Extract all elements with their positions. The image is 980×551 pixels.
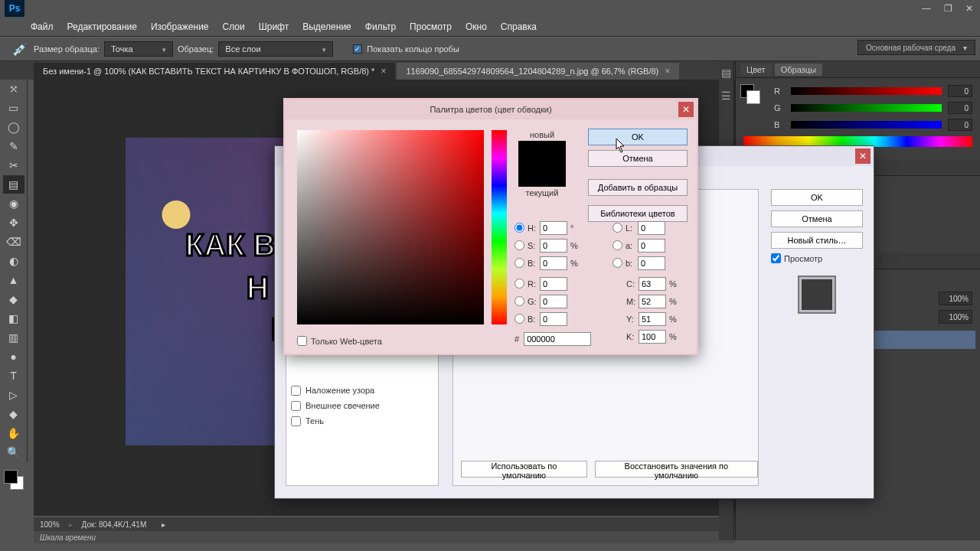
tool-crop[interactable]: ✂ <box>3 156 24 174</box>
new-style-button[interactable]: Новый стиль… <box>771 232 863 249</box>
menu-view[interactable]: Просмотр <box>410 21 452 32</box>
bv-input[interactable] <box>540 256 567 270</box>
tool-move[interactable]: ⤱ <box>3 80 24 98</box>
fill-value[interactable]: 100% <box>939 310 972 324</box>
color-field[interactable] <box>297 130 484 324</box>
b-slider[interactable] <box>791 121 942 129</box>
tool-brush[interactable]: ✥ <box>3 214 24 232</box>
tool-dodge[interactable]: ▥ <box>3 328 24 347</box>
tool-heal[interactable]: ◉ <box>3 194 24 213</box>
tool-pen[interactable]: ● <box>3 347 24 366</box>
b2-input[interactable] <box>540 312 567 326</box>
close-icon[interactable]: × <box>381 66 386 77</box>
style-row-pattern[interactable]: Наложение узора <box>286 383 438 398</box>
reset-default-button[interactable]: Восстановить значения по умолчанию <box>595 461 758 478</box>
tool-eraser[interactable]: ▲ <box>3 271 24 289</box>
b2-radio[interactable] <box>514 314 524 324</box>
checkbox[interactable] <box>291 401 301 411</box>
menu-help[interactable]: Справка <box>501 21 537 32</box>
tab-swatches[interactable]: Образцы <box>775 64 822 76</box>
r-input[interactable] <box>540 277 567 291</box>
tool-shape[interactable]: ◆ <box>3 405 24 423</box>
l-radio[interactable] <box>612 223 622 233</box>
web-only-row[interactable]: Только Web-цвета <box>297 336 382 346</box>
r-value[interactable]: 0 <box>948 85 972 97</box>
menu-window[interactable]: Окно <box>466 21 487 32</box>
g-slider[interactable] <box>791 104 942 112</box>
menu-edit[interactable]: Редактирование <box>67 21 137 32</box>
menu-type[interactable]: Шрифт <box>259 21 289 32</box>
menu-select[interactable]: Выделение <box>302 21 351 32</box>
close-icon[interactable]: ✕ <box>855 148 871 164</box>
a-radio[interactable] <box>612 240 622 250</box>
preview-checkbox[interactable]: Просмотр <box>771 253 863 263</box>
tool-hand[interactable]: ✋ <box>3 424 24 442</box>
g-input[interactable] <box>540 295 567 308</box>
color-swatch[interactable] <box>4 470 24 490</box>
timeline-panel[interactable]: Шкала времени <box>34 531 735 543</box>
color-picker-titlebar[interactable]: Палитра цветов (цвет обводки) ✕ <box>285 99 697 119</box>
style-row-shadow[interactable]: Тень <box>286 413 438 429</box>
tool-stamp[interactable]: ⌫ <box>3 233 24 251</box>
s-radio[interactable] <box>514 240 524 250</box>
l-input[interactable] <box>638 221 665 235</box>
h-radio[interactable] <box>514 223 524 233</box>
menu-image[interactable]: Изображение <box>151 21 209 32</box>
r-slider[interactable] <box>791 87 942 95</box>
menu-filter[interactable]: Фильтр <box>365 21 396 32</box>
ring-checkbox[interactable]: ✓ <box>353 44 362 54</box>
document-tab-2[interactable]: 1169090_685542974809564_1204804289_n.jpg… <box>397 63 679 80</box>
opacity-value[interactable]: 100% <box>939 292 972 305</box>
tool-wand[interactable]: ✎ <box>3 137 24 155</box>
bg-color-swatch[interactable] <box>746 90 760 104</box>
tool-gradient[interactable]: ◆ <box>3 290 24 308</box>
window-close-button[interactable]: ✕ <box>959 0 980 17</box>
y-input[interactable] <box>639 312 666 326</box>
tool-type[interactable]: T <box>3 367 24 385</box>
tool-blur[interactable]: ◧ <box>3 309 24 328</box>
history-icon[interactable]: ▤ <box>719 61 733 84</box>
hex-input[interactable] <box>524 332 591 346</box>
cancel-button[interactable]: Отмена <box>771 210 863 227</box>
cancel-button[interactable]: Отмена <box>588 150 688 167</box>
window-maximize-button[interactable]: ❐ <box>937 0 959 17</box>
r-radio[interactable] <box>514 279 524 289</box>
tool-eyedropper[interactable]: ▤ <box>3 175 24 194</box>
ok-button[interactable]: OK <box>771 189 863 206</box>
a-input[interactable] <box>638 239 665 253</box>
sample-select[interactable]: Все слои <box>218 41 333 57</box>
tool-marquee[interactable]: ▭ <box>3 99 24 117</box>
menu-file[interactable]: Файл <box>31 21 54 32</box>
workspace-dropdown[interactable]: Основная рабочая среда▾ <box>858 40 975 55</box>
sample-size-select[interactable]: Точка <box>104 41 173 57</box>
hue-slider[interactable] <box>492 130 507 324</box>
tool-lasso[interactable]: ◯ <box>3 118 24 136</box>
close-icon[interactable]: ✕ <box>678 102 694 117</box>
k-input[interactable] <box>639 330 666 344</box>
checkbox[interactable] <box>291 416 301 426</box>
document-tab-1[interactable]: Без имени-1 @ 100% (КАК ВСТАВИТЬ ТЕКСТ Н… <box>34 63 395 80</box>
add-swatch-button[interactable]: Добавить в образцы <box>588 179 688 196</box>
tool-zoom[interactable]: 🔍 <box>3 443 24 461</box>
g-value[interactable]: 0 <box>948 102 972 114</box>
tool-path[interactable]: ▷ <box>3 386 24 404</box>
lab-b-radio[interactable] <box>612 258 622 268</box>
use-default-button[interactable]: Использовать по умолчанию <box>461 461 587 478</box>
zoom-level[interactable]: 100% <box>40 520 60 529</box>
tool-history[interactable]: ◐ <box>3 252 24 270</box>
lab-b-input[interactable] <box>638 256 665 270</box>
menu-layer[interactable]: Слои <box>223 21 245 32</box>
m-input[interactable] <box>639 295 666 308</box>
style-row-outerglow[interactable]: Внешнее свечение <box>286 398 438 413</box>
b-value[interactable]: 0 <box>948 119 972 131</box>
properties-icon[interactable]: ☰ <box>719 84 733 107</box>
web-only-checkbox[interactable] <box>297 336 307 346</box>
bv-radio[interactable] <box>514 258 524 268</box>
g-radio[interactable] <box>514 296 524 306</box>
ok-button[interactable]: OK <box>588 129 688 145</box>
window-minimize-button[interactable]: — <box>916 0 937 17</box>
checkbox[interactable] <box>291 386 301 396</box>
close-icon[interactable]: × <box>665 66 670 77</box>
h-input[interactable] <box>540 221 567 235</box>
s-input[interactable] <box>540 239 567 253</box>
